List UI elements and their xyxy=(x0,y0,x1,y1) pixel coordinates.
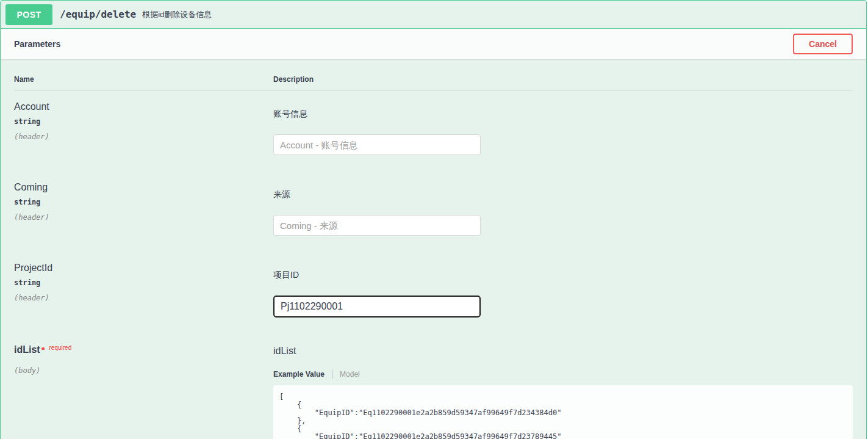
endpoint-summary-text: 根据id删除设备信息 xyxy=(142,9,212,20)
param-row-idlist: idList*required (body) idList Example Va… xyxy=(14,333,853,439)
param-description: 账号信息 xyxy=(273,109,853,120)
param-type: string xyxy=(14,278,273,287)
table-header-row: Name Description xyxy=(14,68,853,90)
param-type: string xyxy=(14,117,273,126)
parameters-section-header: Parameters Cancel xyxy=(1,29,866,59)
operation-block: POST /equip/delete 根据id删除设备信息 Parameters… xyxy=(0,0,867,439)
column-header-name: Name xyxy=(14,75,273,84)
request-body-textarea[interactable]: [ { "EquipID":"Eq1102290001e2a2b859d5934… xyxy=(273,385,853,439)
param-description: 来源 xyxy=(273,189,853,200)
param-name: Account xyxy=(14,101,273,112)
parameters-table: Name Description Account string (header)… xyxy=(1,59,866,439)
parameters-title: Parameters xyxy=(14,39,60,49)
cancel-button[interactable]: Cancel xyxy=(793,34,853,54)
column-header-description: Description xyxy=(273,75,853,84)
param-row-account: Account string (header) 账号信息 xyxy=(14,90,853,171)
param-location: (header) xyxy=(14,213,273,222)
param-location: (header) xyxy=(14,132,273,141)
required-label: required xyxy=(49,344,72,351)
endpoint-path: /equip/delete xyxy=(60,9,136,20)
param-description: idList xyxy=(273,346,853,357)
account-input[interactable] xyxy=(273,134,481,155)
tab-example-value[interactable]: Example Value xyxy=(273,370,332,379)
param-location: (body) xyxy=(14,366,273,375)
param-row-coming: Coming string (header) 来源 xyxy=(14,171,853,252)
param-name: ProjectId xyxy=(14,263,273,274)
param-name: Coming xyxy=(14,182,273,193)
param-type: string xyxy=(14,198,273,206)
coming-input[interactable] xyxy=(273,215,481,236)
projectid-input[interactable] xyxy=(273,296,481,317)
tab-model[interactable]: Model xyxy=(332,370,360,379)
param-row-projectid: ProjectId string (header) 项目ID xyxy=(14,252,853,333)
param-description: 项目ID xyxy=(273,270,853,281)
http-method-badge: POST xyxy=(5,4,52,25)
required-star: * xyxy=(41,344,45,355)
param-name: idList xyxy=(14,344,40,355)
param-location: (header) xyxy=(14,294,273,302)
example-model-tabs: Example Value Model xyxy=(273,370,853,379)
operation-summary-bar[interactable]: POST /equip/delete 根据id删除设备信息 xyxy=(1,1,866,29)
